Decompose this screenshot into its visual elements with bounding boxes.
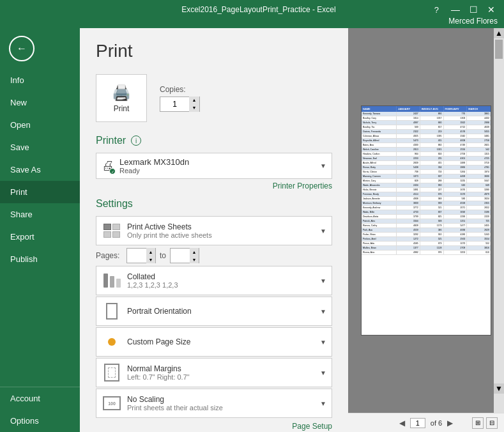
preview-panel: ▲ ▼ NAME JANUARY WEEK <box>348 28 504 432</box>
pages-from-up[interactable]: ▲ <box>146 248 155 256</box>
sidebar: ← Info New Open Save Save As Print Share… <box>0 28 80 432</box>
sidebar-item-open[interactable]: Open <box>0 114 80 136</box>
close-button[interactable]: ✕ <box>485 4 498 15</box>
printer-name: Lexmark MX310dn <box>119 157 320 167</box>
page-size-icon <box>102 332 122 352</box>
margins-dropdown[interactable]: Normal Margins Left: 0.7" Right: 0.7" ▼ <box>96 358 332 387</box>
copies-input-wrap: ▲ ▼ <box>160 96 200 112</box>
page-of-label: of 6 <box>431 419 442 427</box>
back-icon: ← <box>17 43 27 54</box>
preview-container: NAME JANUARY WEEKLY AVG FEBRUARY MARCH /… <box>348 28 504 413</box>
scaling-sub: Print sheets at their actual size <box>127 404 320 412</box>
orange-dot <box>108 338 116 346</box>
pages-from-input[interactable] <box>127 251 146 260</box>
maximize-button[interactable]: ☐ <box>467 4 480 15</box>
page-size-main: Custom Page Size <box>127 337 320 346</box>
margins-text: Normal Margins Left: 0.7" Right: 0.7" <box>127 364 320 381</box>
sidebar-item-saveas[interactable]: Save As <box>0 158 80 181</box>
copies-spinners: ▲ ▼ <box>189 96 199 112</box>
collated-dropdown[interactable]: Collated 1,2,3 1,2,3 1,2,3 ▼ <box>96 266 332 295</box>
sidebar-item-share[interactable]: Share <box>0 203 80 226</box>
orientation-main: Portrait Orientation <box>127 307 320 316</box>
content-area: Print 🖨️ Print Copies: ▲ ▼ <box>80 28 504 432</box>
pages-label: Pages: <box>96 251 123 260</box>
page-setup-link[interactable]: Page Setup <box>96 419 332 431</box>
preview-navigation: ◀ of 6 ▶ ⊞ ⊟ <box>348 413 504 432</box>
sidebar-item-info[interactable]: Info <box>0 69 80 91</box>
pages-to-up[interactable]: ▲ <box>190 248 199 256</box>
printer-properties-link[interactable]: Printer Properties <box>96 181 332 190</box>
back-button[interactable]: ← <box>9 36 34 61</box>
copies-input[interactable] <box>160 100 189 109</box>
collated-icon <box>102 270 122 291</box>
sidebar-item-save[interactable]: Save <box>0 136 80 158</box>
copies-label: Copies: <box>160 85 200 94</box>
page-size-text: Custom Page Size <box>127 337 320 346</box>
margins-main: Normal Margins <box>127 364 320 373</box>
print-area: Print 🖨️ Print Copies: ▲ ▼ <box>80 28 504 432</box>
scaling-arrow: ▼ <box>320 400 326 407</box>
active-sheets-sub: Only print the active sheets <box>127 231 320 239</box>
orientation-arrow: ▼ <box>320 308 326 315</box>
orientation-text: Portrait Orientation <box>127 307 320 316</box>
collated-sub: 1,2,3 1,2,3 1,2,3 <box>127 281 320 289</box>
left-panel: Print 🖨️ Print Copies: ▲ ▼ <box>80 28 348 432</box>
pages-from-input-wrap: ▲ ▼ <box>126 248 156 263</box>
sidebar-item-options[interactable]: Options <box>0 410 80 432</box>
orientation-icon <box>102 301 122 321</box>
active-sheets-main: Print Active Sheets <box>127 222 320 231</box>
print-active-sheets-dropdown[interactable]: Print Active Sheets Only print the activ… <box>96 216 332 245</box>
printer-section-title: Printer i <box>96 135 332 146</box>
scrollbar-thumb[interactable] <box>495 40 503 59</box>
fit-width-button[interactable]: ⊟ <box>486 417 498 429</box>
scaling-text: No Scaling Print sheets at their actual … <box>127 395 320 412</box>
sidebar-item-account[interactable]: Account <box>0 387 80 410</box>
sidebar-item-publish[interactable]: Publish <box>0 248 80 270</box>
preview-scrollbar[interactable]: ▲ ▼ <box>494 28 504 413</box>
pages-to-input-wrap: ▲ ▼ <box>170 248 199 263</box>
active-sheets-arrow: ▼ <box>320 228 326 235</box>
pages-to-down[interactable]: ▼ <box>190 256 199 263</box>
current-page-input[interactable] <box>410 418 425 428</box>
active-sheets-text: Print Active Sheets Only print the activ… <box>127 222 320 239</box>
printer-select[interactable]: 🖨 ✓ Lexmark MX310dn Ready ▼ <box>96 153 332 179</box>
copies-up[interactable]: ▲ <box>189 96 199 104</box>
sidebar-item-new[interactable]: New <box>0 91 80 114</box>
collated-arrow: ▼ <box>320 277 326 284</box>
printer-info: Lexmark MX310dn Ready <box>119 157 320 174</box>
copies-area: Copies: ▲ ▼ <box>160 85 200 112</box>
preview-page: NAME JANUARY WEEKLY AVG FEBRUARY MARCH /… <box>361 105 491 336</box>
fit-page-button[interactable]: ⊞ <box>472 417 484 429</box>
copies-down[interactable]: ▼ <box>189 104 199 112</box>
orientation-dropdown[interactable]: Portrait Orientation ▼ <box>96 297 332 326</box>
pages-to-label: to <box>160 251 166 260</box>
sidebar-item-export[interactable]: Export <box>0 226 80 248</box>
printer-icon-wrap: 🖨 ✓ <box>102 158 114 173</box>
page-size-dropdown[interactable]: Custom Page Size ▼ <box>96 327 332 357</box>
sidebar-item-print[interactable]: Print <box>0 181 80 203</box>
user-name: Merced Flores <box>448 17 498 26</box>
pages-to-spin: ▲ ▼ <box>190 248 199 263</box>
printer-status-dot: ✓ <box>109 168 116 174</box>
window-title: Excel2016_PageLayoutPrint_Practice - Exc… <box>83 5 434 14</box>
pages-to-input[interactable] <box>171 251 190 260</box>
scaling-icon: 100 <box>102 393 122 413</box>
pages-from-down[interactable]: ▼ <box>146 256 155 263</box>
collated-text: Collated 1,2,3 1,2,3 1,2,3 <box>127 272 320 289</box>
collated-main: Collated <box>127 272 320 281</box>
printer-icon: 🖨️ <box>112 84 131 102</box>
printer-info-icon[interactable]: i <box>131 135 141 146</box>
help-button[interactable]: ? <box>434 5 439 15</box>
active-sheets-icon <box>102 220 122 241</box>
prev-page-button[interactable]: ◀ <box>399 419 405 428</box>
scaling-dropdown[interactable]: 100 No Scaling Print sheets at their act… <box>96 389 332 418</box>
printer-dropdown-arrow: ▼ <box>320 162 326 169</box>
settings-section-title: Settings <box>96 198 332 210</box>
print-btn-label: Print <box>114 104 130 113</box>
margins-icon <box>102 362 122 383</box>
next-page-button[interactable]: ▶ <box>447 419 453 428</box>
minimize-button[interactable]: — <box>449 4 462 15</box>
margins-sub: Left: 0.7" Right: 0.7" <box>127 373 320 381</box>
print-button[interactable]: 🖨️ Print <box>96 74 147 122</box>
view-icons: ⊞ ⊟ <box>472 417 498 429</box>
